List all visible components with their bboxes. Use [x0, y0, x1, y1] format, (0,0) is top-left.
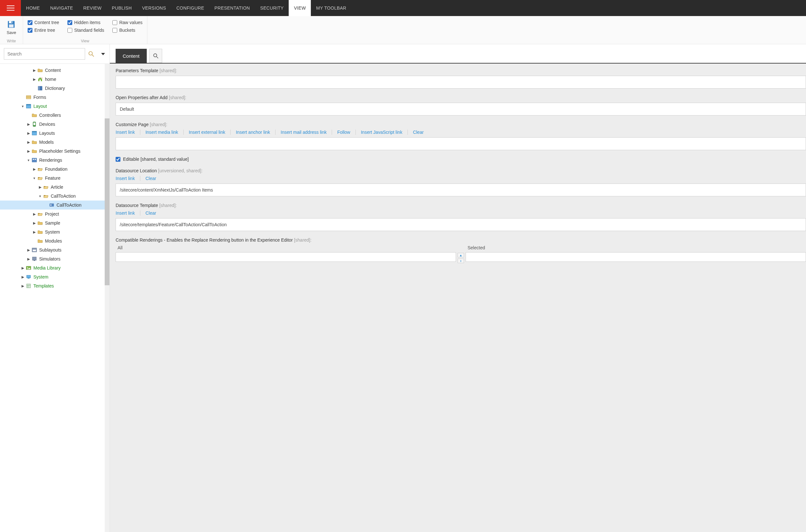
tree-twisty[interactable]: ▶	[32, 212, 37, 216]
tree-twisty[interactable]: ▾	[38, 194, 42, 198]
tree-twisty[interactable]: ▶	[26, 122, 31, 127]
check-hidden-items[interactable]: Hidden items	[68, 20, 104, 25]
content-tree[interactable]: ▶Content▶homeDictionaryForms▾LayoutContr…	[0, 64, 110, 532]
tree-item-templates[interactable]: ▶Templates	[0, 281, 110, 290]
tree-twisty[interactable]: ▾	[26, 158, 31, 163]
tree-item-calltoaction[interactable]: ▾CallToAction	[0, 192, 110, 201]
compat-selected-list[interactable]	[465, 252, 806, 262]
chevron-down-icon[interactable]	[100, 51, 106, 56]
tree-twisty[interactable]: ▶	[32, 221, 37, 225]
tree-item-forms[interactable]: Forms	[0, 93, 110, 102]
tree-twisty[interactable]: ▶	[26, 248, 31, 252]
tree-twisty[interactable]: ▶	[26, 131, 31, 135]
field-datasource-location: Datasource Location [unversioned, shared…	[115, 168, 806, 196]
tab-my-toolbar[interactable]: MY TOOLBAR	[311, 0, 351, 16]
main-area: ▶Content▶homeDictionaryForms▾LayoutContr…	[0, 44, 806, 532]
tree-twisty[interactable]: ▶	[26, 140, 31, 145]
tree-item-label: System	[45, 229, 60, 234]
tree-item-sublayouts[interactable]: ▶Sublayouts	[0, 245, 110, 254]
tab-presentation[interactable]: PRESENTATION	[209, 0, 255, 16]
datasource-template-input[interactable]: /sitecore/templates/Feature/CallToAction…	[115, 218, 806, 231]
tab-review[interactable]: REVIEW	[78, 0, 107, 16]
customize-page-insert-mail-address-link-link[interactable]: Insert mail address link	[276, 130, 332, 135]
hamburger-menu-button[interactable]	[0, 0, 21, 16]
customize-page-insert-media-link-link[interactable]: Insert media link	[140, 130, 184, 135]
open-properties-select[interactable]: Default	[115, 103, 806, 115]
check-entire-tree[interactable]: Entire tree	[28, 27, 59, 33]
tree-twisty[interactable]: ▾	[32, 176, 37, 180]
tab-content[interactable]: Content	[115, 49, 147, 63]
customize-page-insert-link-link[interactable]: Insert link	[115, 130, 140, 135]
tree-item-modules[interactable]: Modules	[0, 236, 110, 245]
check-standard-fields[interactable]: Standard fields	[68, 27, 104, 33]
tree-twisty[interactable]: ▶	[32, 167, 37, 171]
customize-page-insert-external-link-link[interactable]: Insert external link	[184, 130, 231, 135]
search-input[interactable]	[4, 48, 85, 60]
tab-publish[interactable]: PUBLISH	[107, 0, 137, 16]
tree-twisty[interactable]: ▶	[32, 77, 37, 81]
tree-item-layouts[interactable]: ▶Layouts	[0, 129, 110, 138]
tree-item-placeholder-settings[interactable]: ▶Placeholder Settings	[0, 147, 110, 156]
datasource-template-clear-link[interactable]: Clear	[140, 210, 161, 216]
tree-item-article[interactable]: ▶Article	[0, 183, 110, 192]
customize-page-insert-javascript-link-link[interactable]: Insert JavaScript link	[356, 130, 408, 135]
tab-configure[interactable]: CONFIGURE	[171, 0, 209, 16]
tree-item-label: Feature	[45, 175, 60, 180]
compat-all-list[interactable]	[115, 252, 456, 262]
customize-page-input[interactable]	[115, 137, 806, 150]
tree-item-renderings[interactable]: ▾Renderings	[0, 156, 110, 165]
tree-twisty[interactable]: ▶	[21, 284, 25, 288]
tree-twisty[interactable]: ▶	[21, 266, 25, 270]
compat-move-right-button[interactable]: ›	[458, 259, 464, 263]
tree-twisty[interactable]: ▶	[26, 257, 31, 261]
datasource-location-insert-link-link[interactable]: Insert link	[115, 176, 140, 181]
tree-twisty[interactable]: ▶	[38, 185, 42, 189]
check-buckets[interactable]: Buckets	[112, 27, 142, 33]
tree-item-media-library[interactable]: ▶Media Library	[0, 263, 110, 272]
tree-item-calltoaction[interactable]: CallToAction	[0, 201, 110, 210]
parameters-template-input[interactable]	[115, 76, 806, 89]
tree-item-foundation[interactable]: ▶Foundation	[0, 165, 110, 174]
tree-item-devices[interactable]: ▶Devices	[0, 120, 110, 129]
tree-item-layout[interactable]: ▾Layout	[0, 102, 110, 111]
tree-twisty[interactable]: ▶	[21, 275, 25, 279]
datasource-location-clear-link[interactable]: Clear	[140, 176, 161, 181]
tree-item-system[interactable]: ▶System	[0, 228, 110, 236]
check-raw-values[interactable]: Raw values	[112, 20, 142, 25]
tree-scrollbar-track[interactable]	[105, 64, 110, 532]
compat-up-button[interactable]: ▲	[458, 253, 464, 257]
tab-versions[interactable]: VERSIONS	[137, 0, 171, 16]
editable-checkbox[interactable]	[115, 157, 121, 162]
tree-item-models[interactable]: ▶Models	[0, 138, 110, 147]
tab-view[interactable]: VIEW	[289, 0, 311, 16]
tree-item-project[interactable]: ▶Project	[0, 210, 110, 218]
customize-page-insert-anchor-link-link[interactable]: Insert anchor link	[231, 130, 276, 135]
tab-search-button[interactable]	[149, 49, 162, 63]
tab-home[interactable]: HOME	[21, 0, 45, 16]
tree-twisty[interactable]: ▶	[26, 149, 31, 153]
tree-twisty[interactable]: ▶	[32, 68, 37, 73]
svg-line-36	[157, 57, 158, 58]
save-button[interactable]: Save	[5, 18, 18, 35]
tree-item-controllers[interactable]: Controllers	[0, 111, 110, 120]
tab-navigate[interactable]: NAVIGATE	[45, 0, 78, 16]
datasource-template-insert-link-link[interactable]: Insert link	[115, 210, 140, 216]
tree-item-simulators[interactable]: ▶Simulators	[0, 254, 110, 263]
tree-twisty[interactable]: ▶	[32, 230, 37, 234]
tab-security[interactable]: SECURITY	[255, 0, 289, 16]
tree-twisty[interactable]: ▾	[21, 104, 25, 109]
tree-item-dictionary[interactable]: Dictionary	[0, 84, 110, 93]
tree-item-home[interactable]: ▶home	[0, 75, 110, 84]
layout-icon	[32, 131, 37, 136]
tree-item-system[interactable]: ▶System	[0, 272, 110, 281]
customize-page-clear-link[interactable]: Clear	[408, 130, 429, 135]
search-icon[interactable]	[88, 50, 95, 57]
datasource-location-input[interactable]: /sitecore/content/XmNextJs/CallToAction …	[115, 184, 806, 196]
tree-item-content[interactable]: ▶Content	[0, 66, 110, 75]
customize-page-follow-link[interactable]: Follow	[332, 130, 355, 135]
check-content-tree[interactable]: Content tree	[28, 20, 59, 25]
tree-item-sample[interactable]: ▶Sample	[0, 218, 110, 228]
folder-open-icon	[37, 175, 43, 180]
tree-item-feature[interactable]: ▾Feature	[0, 174, 110, 183]
tree-scrollbar-thumb[interactable]	[105, 118, 110, 285]
